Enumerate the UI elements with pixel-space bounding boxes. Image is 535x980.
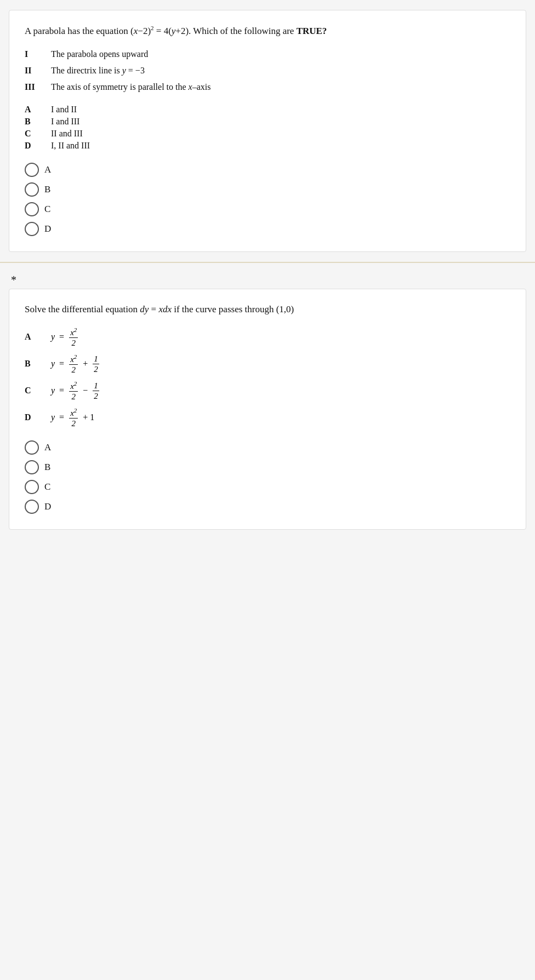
statement-III: III The axis of symmetry is parallel to … [25, 81, 510, 94]
radio-label-C-2: C [44, 482, 50, 492]
radio-label-D-2: D [44, 501, 51, 512]
answer-D: y = x22 + 1 [51, 407, 94, 428]
statement-I: I The parabola opens upward [25, 48, 510, 61]
radio-circle-A-2 [25, 440, 39, 455]
question-1-text: A parabola has the equation (x−2)2 = 4(y… [25, 24, 510, 38]
radio-label-A-2: A [44, 442, 51, 453]
question-2-block: Solve the differential equation dy = xdx… [9, 289, 526, 530]
statement-II: II The directrix line is y = −3 [25, 64, 510, 77]
radio-label-B-2: B [44, 462, 50, 473]
radio-B-1[interactable]: B [25, 182, 510, 197]
option-A: A I and II [25, 105, 510, 114]
radio-circle-D-1 [25, 222, 39, 236]
radio-C-2[interactable]: C [25, 480, 510, 494]
radio-A-2[interactable]: A [25, 440, 510, 455]
radio-circle-B-1 [25, 182, 39, 197]
radio-circle-C-1 [25, 202, 39, 216]
options-list-1: A I and II B I and III C II and III D I,… [25, 105, 510, 151]
question-2-text: Solve the differential equation dy = xdx… [25, 302, 510, 317]
option-2-D: D y = x22 + 1 [25, 407, 510, 428]
radio-circle-D-2 [25, 500, 39, 514]
radio-circle-B-2 [25, 460, 39, 474]
radio-D-2[interactable]: D [25, 500, 510, 514]
radio-circle-C-2 [25, 480, 39, 494]
option-B: B I and III [25, 117, 510, 127]
answer-C: y = x22 − 12 [51, 380, 100, 402]
radio-C-1[interactable]: C [25, 202, 510, 216]
option-2-A: A y = x22 [25, 326, 510, 348]
radio-label-C-1: C [44, 204, 50, 215]
option-2-C: C y = x22 − 12 [25, 380, 510, 402]
radio-A-1[interactable]: A [25, 163, 510, 177]
radio-circle-A-1 [25, 163, 39, 177]
answer-B: y = x22 + 12 [51, 353, 100, 375]
radio-label-A-1: A [44, 164, 51, 175]
question-1-block: A parabola has the equation (x−2)2 = 4(y… [9, 10, 526, 252]
radio-group-1: A B C D [25, 163, 510, 236]
radio-D-1[interactable]: D [25, 222, 510, 236]
statements-list: I The parabola opens upward II The direc… [25, 48, 510, 94]
option-2-B: B y = x22 + 12 [25, 353, 510, 375]
radio-label-B-1: B [44, 184, 50, 195]
radio-group-2: A B C D [25, 440, 510, 514]
radio-B-2[interactable]: B [25, 460, 510, 474]
options-list-2: A y = x22 B y = x22 + 12 C y = x22 − 12 [25, 326, 510, 428]
separator [0, 262, 535, 263]
radio-label-D-1: D [44, 223, 51, 234]
option-D: D I, II and III [25, 141, 510, 151]
answer-A: y = x22 [51, 326, 78, 348]
asterisk: * [0, 268, 535, 289]
option-C: C II and III [25, 129, 510, 139]
